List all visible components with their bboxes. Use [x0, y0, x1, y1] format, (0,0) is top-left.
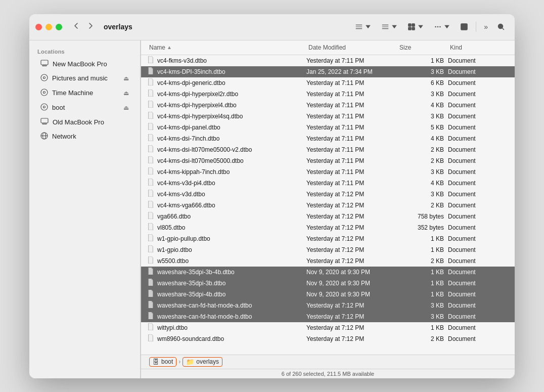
file-size: 6 KB: [397, 79, 448, 86]
table-row[interactable]: w5500.dtbo Yesterday at 7:12 PM 2 KB Doc…: [141, 255, 515, 267]
table-row[interactable]: vc4-kms-kippah-7inch.dtbo Yesterday at 7…: [141, 166, 515, 178]
sidebar-item-network[interactable]: Network: [32, 129, 137, 144]
table-row[interactable]: vc4-kms-dsi-lt070me05000.dtbo Yesterday …: [141, 155, 515, 166]
file-name-cell: vga666.dtbo: [147, 212, 306, 221]
file-kind: Document: [448, 335, 509, 342]
close-button[interactable]: [35, 24, 42, 30]
grid-view-button[interactable]: [404, 21, 428, 33]
file-date: Yesterday at 7:12 PM: [306, 324, 397, 331]
file-name: vc4-kms-kippah-7inch.dtbo: [157, 168, 230, 176]
status-text: 6 of 260 selected, 211.5 MB available: [282, 371, 374, 377]
more-button[interactable]: »: [480, 21, 491, 33]
file-icon: [147, 312, 154, 321]
table-row[interactable]: vc4-kms-dsi-lt070me05000-v2.dtbo Yesterd…: [141, 144, 515, 155]
drive-icon: [40, 103, 48, 112]
file-name-cell: vc4-kms-kippah-7inch.dtbo: [147, 167, 306, 176]
maximize-button[interactable]: [56, 24, 62, 30]
table-row[interactable]: vl805.dtbo Yesterday at 7:12 PM 352 byte…: [141, 222, 515, 233]
table-row[interactable]: waveshare-can-fd-hat-mode-b.dtbo Yesterd…: [141, 311, 515, 322]
file-kind: Document: [448, 180, 509, 187]
file-name: vc4-kms-dpi-hyperpixel4sq.dtbo: [157, 113, 243, 120]
file-size: 1 KB: [397, 291, 448, 298]
file-size: 1 KB: [397, 280, 448, 287]
action-button[interactable]: [430, 21, 455, 33]
back-button[interactable]: [70, 21, 82, 33]
sidebar-item-pictures-and-music[interactable]: Pictures and music ⏏: [32, 71, 137, 85]
file-rows[interactable]: vc4-fkms-v3d.dtbo Yesterday at 7:11 PM 1…: [141, 55, 515, 355]
eject-icon-3[interactable]: ⏏: [123, 104, 129, 111]
table-row[interactable]: vc4-kms-dpi-hyperpixel2r.dtbo Yesterday …: [141, 89, 515, 100]
table-row[interactable]: w1-gpio.dtbo Yesterday at 7:12 PM 1 KB D…: [141, 244, 515, 255]
file-size: 3 KB: [397, 313, 448, 320]
sidebar-item-time-machine[interactable]: Time Machine ⏏: [32, 86, 137, 100]
col-header-name[interactable]: Name ▲: [147, 42, 306, 53]
table-row[interactable]: vc4-kms-DPI-35inch.dtbo Jan 25, 2022 at …: [141, 66, 515, 77]
file-name-cell: waveshare-can-fd-hat-mode-b.dtbo: [147, 312, 306, 321]
sidebar-item-old-macbook-pro[interactable]: Old MacBook Pro: [32, 115, 137, 129]
table-row[interactable]: wm8960-soundcard.dtbo Yesterday at 7:12 …: [141, 333, 515, 344]
table-row[interactable]: vc4-kms-dpi-generic.dtbo Yesterday at 7:…: [141, 77, 515, 89]
file-icon: [147, 234, 154, 243]
eject-icon-2[interactable]: ⏏: [123, 90, 129, 97]
file-date: Yesterday at 7:12 PM: [306, 246, 397, 253]
file-name: vc4-kms-vga666.dtbo: [157, 202, 215, 209]
path-icon: 🗄: [153, 358, 159, 366]
file-size: 5 KB: [397, 124, 448, 131]
view-mode-button[interactable]: [378, 21, 402, 33]
table-row[interactable]: vc4-kms-vga666.dtbo Yesterday at 7:12 PM…: [141, 200, 515, 211]
search-button[interactable]: [493, 21, 509, 33]
file-name-cell: vc4-fkms-v3d.dtbo: [147, 56, 306, 65]
sidebar-item-label: Pictures and music: [52, 74, 123, 82]
table-row[interactable]: vc4-kms-v3d-pi4.dtbo Yesterday at 7:11 P…: [141, 178, 515, 189]
table-row[interactable]: vga666.dtbo Yesterday at 7:12 PM 758 byt…: [141, 211, 515, 222]
eject-icon[interactable]: ⏏: [123, 75, 129, 82]
sidebar-item-boot[interactable]: boot ⏏: [32, 101, 137, 115]
file-size: 2 KB: [397, 157, 448, 164]
minimize-button[interactable]: [46, 24, 52, 30]
table-row[interactable]: waveshare-35dpi-3b.dtbo Nov 9, 2020 at 9…: [141, 278, 515, 289]
file-icon: [147, 156, 154, 165]
file-name: waveshare-can-fd-hat-mode-b.dtbo: [157, 313, 252, 320]
file-name: vc4-kms-dsi-lt070me05000-v2.dtbo: [157, 146, 252, 153]
file-size: 3 KB: [397, 68, 448, 75]
table-row[interactable]: waveshare-can-fd-hat-mode-a.dtbo Yesterd…: [141, 300, 515, 311]
table-row[interactable]: vc4-kms-dpi-hyperpixel4.dtbo Yesterday a…: [141, 100, 515, 111]
list-options-button[interactable]: [351, 21, 376, 33]
table-row[interactable]: waveshare-35dpi-4b.dtbo Nov 9, 2020 at 9…: [141, 289, 515, 300]
table-row[interactable]: vc4-kms-v3d.dtbo Yesterday at 7:12 PM 3 …: [141, 189, 515, 200]
table-row[interactable]: vc4-kms-dsi-7inch.dtbo Yesterday at 7:11…: [141, 133, 515, 144]
file-date: Yesterday at 7:12 PM: [306, 335, 397, 342]
table-row[interactable]: waveshare-35dpi-3b-4b.dtbo Nov 9, 2020 a…: [141, 267, 515, 278]
file-name: vc4-kms-dpi-panel.dtbo: [157, 124, 220, 131]
file-icon: [147, 90, 154, 98]
file-name-cell: waveshare-35dpi-3b.dtbo: [147, 279, 306, 287]
file-icon: [147, 301, 154, 310]
svg-rect-6: [409, 24, 411, 26]
file-size: 3 KB: [397, 168, 448, 176]
forward-button[interactable]: [84, 21, 97, 33]
path-segment-overlays[interactable]: 📁overlays: [183, 357, 222, 367]
file-kind: Document: [448, 168, 509, 176]
svg-rect-9: [412, 27, 415, 30]
sidebar-item-new-macbook-pro[interactable]: New MacBook Pro: [32, 57, 137, 71]
col-header-kind[interactable]: Kind: [448, 42, 509, 53]
table-row[interactable]: wittypi.dtbo Yesterday at 7:12 PM 1 KB D…: [141, 322, 515, 333]
file-size: 4 KB: [397, 102, 448, 109]
file-date: Yesterday at 7:12 PM: [306, 235, 397, 242]
share-button[interactable]: [457, 21, 472, 33]
table-row[interactable]: vc4-fkms-v3d.dtbo Yesterday at 7:11 PM 1…: [141, 55, 515, 66]
col-header-size[interactable]: Size: [397, 42, 448, 53]
file-kind: Document: [448, 257, 509, 265]
path-segment-boot[interactable]: 🗄boot: [149, 357, 176, 367]
file-icon: [147, 56, 154, 65]
toolbar-separator: [476, 22, 476, 32]
col-header-date[interactable]: Date Modified: [306, 42, 397, 53]
file-icon: [147, 256, 154, 265]
table-row[interactable]: w1-gpio-pullup.dtbo Yesterday at 7:12 PM…: [141, 233, 515, 244]
file-date: Yesterday at 7:11 PM: [306, 135, 397, 142]
computer-icon: [40, 60, 49, 68]
file-kind: Document: [448, 91, 509, 98]
table-row[interactable]: vc4-kms-dpi-hyperpixel4sq.dtbo Yesterday…: [141, 111, 515, 122]
svg-point-22: [41, 104, 48, 110]
table-row[interactable]: vc4-kms-dpi-panel.dtbo Yesterday at 7:11…: [141, 122, 515, 133]
